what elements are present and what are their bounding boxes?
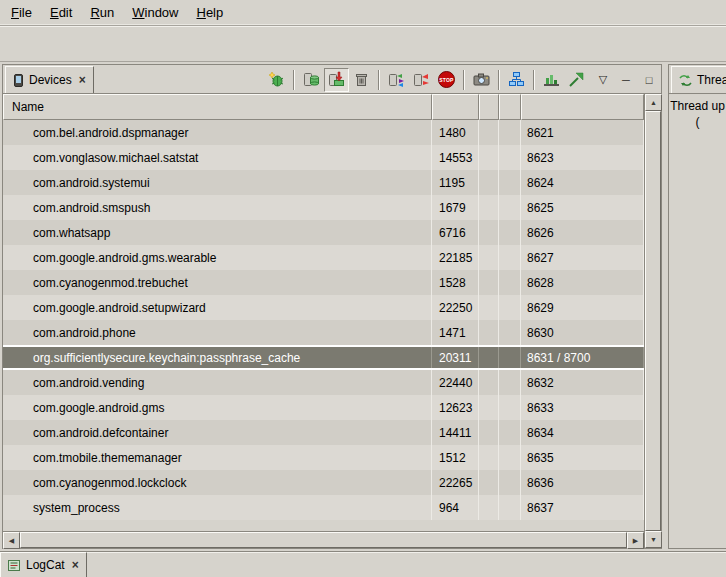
menu-help[interactable]: Help <box>187 1 232 24</box>
process-row[interactable]: com.vonglasow.michael.satstat 14553 8623 <box>3 145 644 170</box>
column-header-name[interactable]: Name <box>3 94 432 120</box>
process-pid: 22265 <box>432 470 479 495</box>
process-pid: 20311 <box>432 347 479 368</box>
process-name: com.cyanogenmod.lockclock <box>3 470 432 495</box>
cause-gc-button[interactable] <box>349 68 374 92</box>
process-name: com.vonglasow.michael.satstat <box>3 145 432 170</box>
process-row[interactable]: com.android.smspush 1679 8625 <box>3 195 644 220</box>
process-cell-empty <box>479 195 499 220</box>
sysinfo-chart-icon <box>543 71 560 88</box>
start-opengl-trace-button[interactable] <box>564 68 589 92</box>
threads-icon <box>679 74 692 87</box>
process-row[interactable]: system_process 964 8637 <box>3 495 644 520</box>
process-cell-empty <box>479 395 499 420</box>
process-row[interactable]: com.android.phone 1471 8630 <box>3 320 644 345</box>
view-menu-button[interactable]: ▽ <box>594 71 612 89</box>
tab-threads[interactable]: Threa <box>671 66 726 94</box>
column-header-empty[interactable] <box>499 94 521 120</box>
process-cell-empty <box>479 170 499 195</box>
process-port: 8628 <box>521 270 644 295</box>
process-row[interactable]: org.sufficientlysecure.keychain:passphra… <box>3 345 644 370</box>
column-header-pid[interactable] <box>432 94 479 120</box>
dump-hprof-button[interactable] <box>324 68 349 92</box>
camera-icon <box>473 71 490 88</box>
table-filler <box>3 520 644 531</box>
menu-run[interactable]: Run <box>81 1 123 24</box>
column-header-port[interactable] <box>521 94 644 120</box>
screen-capture-button[interactable] <box>469 68 494 92</box>
vertical-scroll-thumb[interactable] <box>645 111 661 531</box>
process-cell-empty <box>479 270 499 295</box>
process-port: 8634 <box>521 420 644 445</box>
toolbar-separator <box>463 70 465 90</box>
process-row[interactable]: com.android.vending 22440 8632 <box>3 370 644 395</box>
process-cell-empty <box>479 220 499 245</box>
scroll-right-button[interactable]: ▶ <box>627 532 644 549</box>
process-row[interactable]: com.android.systemui 1195 8624 <box>3 170 644 195</box>
menu-window[interactable]: Window <box>123 1 187 24</box>
process-port: 8633 <box>521 395 644 420</box>
heap-icon <box>303 71 320 88</box>
menu-file[interactable]: File <box>2 1 41 24</box>
process-row[interactable]: com.bel.android.dspmanager 1480 8621 <box>3 120 644 145</box>
stop-process-button[interactable]: STOP <box>434 68 459 92</box>
minimize-button[interactable]: ─ <box>617 71 635 89</box>
process-cell-empty <box>499 445 521 470</box>
process-cell-empty <box>479 245 499 270</box>
trash-icon <box>353 71 370 88</box>
close-icon[interactable]: × <box>72 558 79 572</box>
threads-update-icon <box>388 71 405 88</box>
process-row[interactable]: com.cyanogenmod.lockclock 22265 8636 <box>3 470 644 495</box>
tab-logcat[interactable]: LogCat × <box>0 552 87 577</box>
process-cell-empty <box>499 170 521 195</box>
toolbar-separator <box>378 70 380 90</box>
horizontal-scrollbar[interactable]: ◀ ▶ <box>3 531 644 548</box>
devices-tabbar: Devices × <box>3 65 661 94</box>
vertical-scrollbar[interactable]: ▲ ▼ <box>644 94 661 548</box>
process-name: com.android.phone <box>3 320 432 345</box>
process-row[interactable]: com.android.defcontainer 14411 8634 <box>3 420 644 445</box>
process-row[interactable]: com.tmobile.thememanager 1512 8635 <box>3 445 644 470</box>
update-threads-button[interactable] <box>384 68 409 92</box>
toolbar-separator <box>533 70 535 90</box>
tab-devices[interactable]: Devices × <box>5 66 94 94</box>
process-cell-empty <box>499 220 521 245</box>
start-method-profiling-button[interactable] <box>409 68 434 92</box>
process-name: com.google.android.gms.wearable <box>3 245 432 270</box>
column-header-empty[interactable] <box>479 94 499 120</box>
process-pid: 1679 <box>432 195 479 220</box>
hprof-icon <box>328 71 345 88</box>
process-row[interactable]: com.whatsapp 6716 8626 <box>3 220 644 245</box>
process-pid: 964 <box>432 495 479 520</box>
maximize-button[interactable]: □ <box>640 71 658 89</box>
process-port: 8621 <box>521 120 644 145</box>
process-name: com.google.android.setupwizard <box>3 295 432 320</box>
system-information-button[interactable] <box>539 68 564 92</box>
process-name: com.android.smspush <box>3 195 432 220</box>
scroll-left-button[interactable]: ◀ <box>3 532 20 549</box>
process-cell-empty <box>479 370 499 395</box>
debug-process-button[interactable] <box>264 68 289 92</box>
close-icon[interactable]: × <box>79 73 86 87</box>
dump-view-hierarchy-button[interactable] <box>504 68 529 92</box>
process-cell-empty <box>499 270 521 295</box>
process-pid: 6716 <box>432 220 479 245</box>
process-row[interactable]: com.google.android.gms.wearable 22185 86… <box>3 245 644 270</box>
scroll-down-button[interactable]: ▼ <box>645 531 662 548</box>
scroll-up-button[interactable]: ▲ <box>645 94 662 111</box>
process-name: com.bel.android.dspmanager <box>3 120 432 145</box>
process-row[interactable]: com.google.android.gms 12623 8633 <box>3 395 644 420</box>
update-heap-button[interactable] <box>299 68 324 92</box>
horizontal-scroll-thumb[interactable] <box>20 532 627 548</box>
toolbar-separator <box>293 70 295 90</box>
devices-view: Devices × <box>2 64 662 549</box>
process-row[interactable]: com.google.android.setupwizard 22250 862… <box>3 295 644 320</box>
process-pid: 1471 <box>432 320 479 345</box>
process-port: 8626 <box>521 220 644 245</box>
process-pid: 22440 <box>432 370 479 395</box>
process-port: 8637 <box>521 495 644 520</box>
menu-edit[interactable]: Edit <box>41 1 81 24</box>
toolbar-separator <box>498 70 500 90</box>
process-pid: 22250 <box>432 295 479 320</box>
process-row[interactable]: com.cyanogenmod.trebuchet 1528 8628 <box>3 270 644 295</box>
